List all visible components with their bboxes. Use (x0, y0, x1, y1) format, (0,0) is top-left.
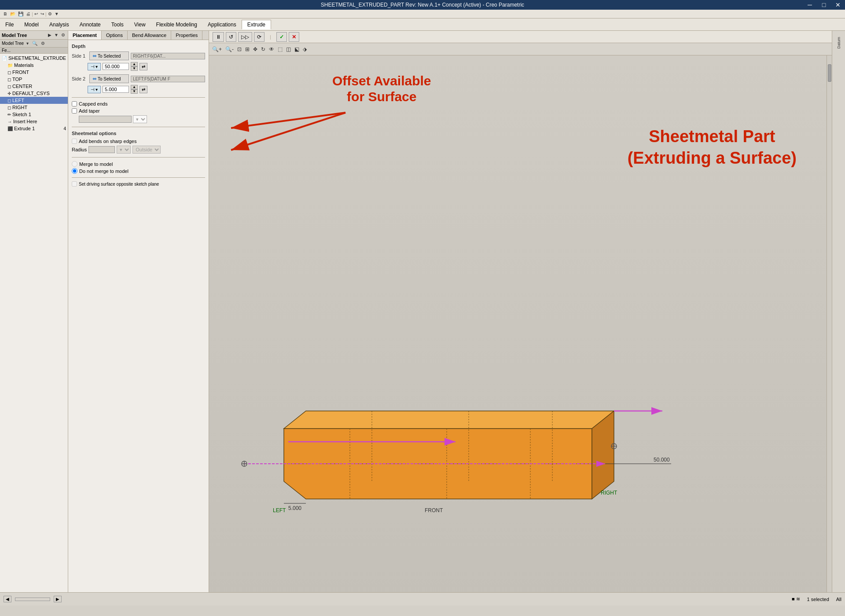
to-selected-icon2: ⬌ (92, 76, 97, 82)
redo-button[interactable]: ↪ (39, 11, 45, 17)
minimize-button[interactable]: ─ (803, 0, 817, 10)
3d-shape-svg: 5.000 50.000 FRONT RIGHT LEFT (231, 385, 715, 517)
tree-item-top[interactable]: ◻ TOP (0, 76, 68, 83)
undo-button[interactable]: ↩ (33, 11, 39, 17)
side1-up-arrow[interactable]: ▲ (131, 62, 138, 66)
new-button[interactable]: 🗎 (2, 11, 9, 17)
loop-btn[interactable]: ⟳ (254, 32, 265, 42)
side1-flip-btn[interactable]: ⇄ (140, 63, 147, 70)
vp-zoom-out[interactable]: 🔍- (224, 45, 235, 53)
close-button[interactable]: ✕ (831, 0, 845, 10)
menu-applications[interactable]: Applications (202, 20, 242, 29)
menu-model[interactable]: Model (19, 20, 44, 29)
qa-btn4[interactable]: ▼ (53, 11, 60, 17)
side2-flip-btn[interactable]: ⇄ (140, 86, 147, 93)
side1-depth-input[interactable] (103, 63, 129, 70)
menu-tools[interactable]: Tools (106, 20, 129, 29)
tab-extrude[interactable]: Extrude (242, 20, 271, 29)
offset-line1: Offset Available (332, 73, 431, 88)
side2-to-selected-btn[interactable]: ⬌ To Selected (89, 74, 129, 83)
ok-btn[interactable]: ✓ (276, 32, 287, 42)
vp-zoom-fit[interactable]: ⊡ (236, 45, 243, 53)
tree-filter-bar: Model Tree ▾ 🔍 ⚙ (0, 40, 68, 48)
menu-analysis[interactable]: Analysis (44, 20, 74, 29)
tree-item-materials[interactable]: 📁 Materials (0, 62, 68, 69)
tree-item-extrude1[interactable]: ⬛ Extrude 1 4 (0, 125, 68, 132)
status-nav-right[interactable]: ▶ (54, 596, 62, 602)
add-bends-checkbox[interactable] (72, 139, 77, 144)
tab-placement[interactable]: Placement (68, 31, 102, 40)
title-bar: SHEETMETAL_EXTRUDED_PART Rev: New A.1+ C… (0, 0, 845, 10)
tree-item-left[interactable]: ◻ LEFT (0, 97, 68, 104)
vp-pan[interactable]: ✥ (252, 45, 259, 53)
v-scrollbar-thumb[interactable] (828, 64, 831, 82)
tree-item-insert-here[interactable]: → Insert Here (0, 118, 68, 125)
tree-item-right[interactable]: ◻ RIGHT (0, 104, 68, 111)
vp-rotate[interactable]: ↻ (260, 45, 267, 53)
pause-btn[interactable]: ⏸ (213, 32, 224, 42)
print-button[interactable]: 🖨 (25, 11, 32, 17)
side1-to-selected-btn[interactable]: ⬌ To Selected (89, 51, 129, 60)
taper-value-input[interactable] (79, 116, 132, 123)
outside-select[interactable]: Outside (132, 146, 161, 154)
status-nav-left[interactable]: ◀ (4, 596, 11, 602)
tab-properties[interactable]: Properties (171, 31, 202, 40)
radius-dir-select[interactable]: ▾ (117, 146, 131, 154)
tree-item-sketch1[interactable]: ✏ Sketch 1 (0, 111, 68, 118)
model-tree-header: Model Tree ▶ ▼ ⚙ (0, 31, 68, 40)
cancel-btn[interactable]: ✕ (289, 32, 299, 42)
side2-depth-type-btn[interactable]: ⊣ ▾ (88, 86, 101, 93)
save-button[interactable]: 💾 (17, 11, 25, 17)
selected-count: 1 selected (807, 597, 829, 602)
tree-item-front[interactable]: ◻ FRONT (0, 69, 68, 76)
tab-bend-allowance[interactable]: Bend Allowance (128, 31, 171, 40)
side2-datum-value: LEFT:F5(DATUM F (131, 76, 205, 82)
vp-display1[interactable]: ⬚ (276, 45, 284, 53)
merge-radio[interactable] (72, 161, 77, 167)
menu-annotate[interactable]: Annotate (74, 20, 106, 29)
add-taper-checkbox[interactable] (72, 108, 77, 114)
no-merge-radio[interactable] (72, 168, 77, 174)
status-scrollbar[interactable] (15, 598, 50, 601)
tree-options-btn[interactable]: ⚙ (40, 40, 46, 46)
capped-ends-checkbox[interactable] (72, 101, 77, 106)
tree-search-btn[interactable]: 🔍 (31, 40, 38, 46)
tree-item-default-csys[interactable]: ✛ DEFAULT_CSYS (0, 90, 68, 97)
side1-down-arrow[interactable]: ▼ (131, 66, 138, 71)
side2-to-selected-label: To Selected (98, 77, 121, 81)
divider1 (72, 97, 205, 98)
vp-display4[interactable]: ⬗ (301, 45, 308, 53)
title-line2: (Extruding a Surface) (628, 149, 797, 167)
set-driving-checkbox[interactable] (72, 181, 77, 187)
tree-filter-btn[interactable]: ▾ (26, 40, 29, 46)
vp-zoom-area[interactable]: ⊞ (244, 45, 251, 53)
menu-file[interactable]: File (0, 20, 19, 29)
maximize-button[interactable]: □ (817, 0, 831, 10)
main-layout: Model Tree ▶ ▼ ⚙ Model Tree ▾ 🔍 ⚙ Fe... … (0, 31, 845, 592)
taper-direction-select[interactable]: ▾ (133, 115, 147, 123)
menu-view[interactable]: View (129, 20, 151, 29)
tree-btn-settings[interactable]: ⚙ (60, 32, 66, 38)
vp-display3[interactable]: ⬕ (293, 45, 301, 53)
vp-display2[interactable]: ◫ (285, 45, 292, 53)
side1-depth-type-btn[interactable]: ⊣ ▾ (88, 63, 101, 70)
vp-view[interactable]: 👁 (268, 45, 276, 53)
preview-btn[interactable]: ▷▷ (238, 32, 252, 42)
side2-up-arrow[interactable]: ▲ (131, 85, 138, 89)
qa-btn3[interactable]: ⚙ (47, 11, 53, 17)
side2-depth-input[interactable] (103, 86, 129, 93)
tree-item-center[interactable]: ◻ CENTER (0, 83, 68, 90)
menu-bar: File Model Analysis Annotate Tools View … (0, 18, 845, 31)
tree-btn-collapse[interactable]: ▼ (53, 32, 59, 38)
tree-label-csys: DEFAULT_CSYS (12, 91, 50, 96)
menu-flexible-modeling[interactable]: Flexible Modeling (151, 20, 202, 29)
radius-input[interactable] (88, 146, 115, 153)
vp-zoom-in[interactable]: 🔍+ (211, 45, 223, 53)
rewind-btn[interactable]: ↺ (226, 32, 236, 42)
tab-options[interactable]: Options (102, 31, 128, 40)
side2-down-arrow[interactable]: ▼ (131, 89, 138, 94)
tree-btn-expand[interactable]: ▶ (47, 32, 52, 38)
tree-item-root[interactable]: 📄 SHEETMETAL_EXTRUDE (0, 55, 68, 62)
open-button[interactable]: 📂 (9, 11, 17, 17)
v-scrollbar[interactable] (827, 55, 832, 592)
